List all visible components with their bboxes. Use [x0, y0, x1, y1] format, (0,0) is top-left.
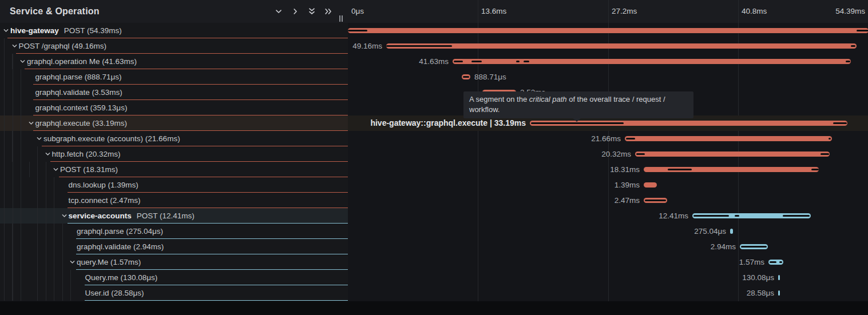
critical-path-segment: [770, 261, 776, 263]
span-tree-row[interactable]: tcp.connect (2.47ms): [0, 193, 348, 208]
span-tree-row[interactable]: graphql.validate (2.94ms): [0, 239, 348, 254]
timeline-row[interactable]: 49.16ms: [348, 38, 868, 54]
span-tree-row[interactable]: http.fetch (20.32ms): [0, 146, 348, 162]
timeline-row[interactable]: 1.57ms: [348, 254, 868, 270]
critical-path-segment: [454, 61, 463, 62]
span-bar[interactable]: [768, 260, 783, 265]
duration-label-right: 888.71μs: [474, 69, 506, 85]
span-tree-row[interactable]: query.Me (1.57ms): [0, 254, 348, 270]
span-bar[interactable]: [386, 43, 857, 49]
chevron-down-icon[interactable]: [61, 213, 68, 219]
critical-path-tooltip: A segment on the critical path of the ov…: [463, 91, 693, 118]
span-tree-row[interactable]: Query.me (130.08μs): [0, 270, 348, 285]
timeline-row[interactable]: 12.41ms: [348, 208, 868, 224]
chevron-down-icon[interactable]: [19, 58, 26, 65]
timeline-row[interactable]: 18.31ms: [348, 162, 868, 177]
span-bar[interactable]: [644, 167, 819, 172]
chevron-down-icon[interactable]: [52, 166, 60, 173]
operation-label: query.Me (1.57ms): [77, 258, 141, 266]
span-tree-row[interactable]: dns.lookup (1.39ms): [0, 177, 348, 193]
timeline-row[interactable]: 1.39ms: [348, 177, 868, 193]
trace-viewer: Service & Operation hive-gateway: [0, 0, 868, 315]
timeline-row[interactable]: 2.47ms: [348, 193, 868, 208]
span-tree-row[interactable]: service-accounts POST (12.41ms): [0, 208, 348, 224]
span-bar[interactable]: [635, 151, 830, 157]
span-tree-row[interactable]: graphql.context (359.13μs): [0, 100, 348, 115]
indent-guides: [0, 285, 76, 301]
double-chevron-down-icon[interactable]: [307, 7, 316, 16]
operation-label: POST (12.41ms): [137, 212, 195, 220]
timeline-row[interactable]: 275.04μs: [348, 224, 868, 239]
timeline-row[interactable]: 888.71μs: [348, 69, 868, 85]
span-tree-row[interactable]: POST /graphql (49.16ms): [0, 38, 348, 54]
indent-guides: [0, 115, 26, 131]
timeline-row[interactable]: [348, 23, 868, 38]
timeline-row[interactable]: 21.66ms: [348, 131, 868, 146]
span-bar[interactable]: [462, 74, 470, 79]
span-bar[interactable]: [778, 275, 780, 280]
critical-path-segment: [471, 61, 482, 62]
span-tree-row[interactable]: graphql.parse (888.71μs): [0, 69, 348, 85]
span-tree-row[interactable]: POST (18.31ms): [0, 162, 348, 177]
span-tree-row[interactable]: graphql.execute (33.19ms): [0, 115, 348, 131]
chevron-down-icon[interactable]: [69, 259, 76, 265]
operation-label: POST /graphql (49.16ms): [19, 42, 107, 50]
span-bar[interactable]: [644, 198, 667, 203]
timeline-row[interactable]: 2.94ms: [348, 239, 868, 254]
span-bar[interactable]: [730, 229, 733, 234]
operation-label: dns.lookup (1.39ms): [69, 181, 138, 189]
axis-tick-label: 27.2ms: [608, 0, 637, 23]
timeline-panel: 0μs13.6ms27.2ms40.8ms 54.39ms 49.16ms 41…: [348, 0, 868, 301]
span-tree-row[interactable]: graphql.validate (3.53ms): [0, 85, 348, 100]
chevron-down-icon[interactable]: [11, 43, 18, 49]
operation-label: POST (54.39ms): [64, 26, 122, 35]
operation-label: http.fetch (20.32ms): [52, 150, 121, 158]
duration-label-left: 2.94ms: [711, 239, 736, 254]
span-tree-row[interactable]: graphql.operation Me (41.63ms): [0, 54, 348, 69]
chevron-right-icon[interactable]: [291, 7, 300, 16]
operation-label: graphql.validate (3.53ms): [35, 88, 122, 97]
timeline-row[interactable]: 20.32ms: [348, 146, 868, 162]
span-tree-row[interactable]: hive-gateway POST (54.39ms): [0, 23, 348, 38]
chevron-down-icon[interactable]: [27, 120, 35, 126]
critical-path-segment: [668, 169, 692, 170]
timeline-rows: 49.16ms 41.63ms 888.71μs 3.53ms 359.13μs…: [348, 23, 868, 301]
tree-controls: [274, 7, 333, 16]
critical-path-segment: [531, 122, 624, 124]
critical-path-segment: [783, 215, 810, 217]
axis-tick-label: 13.6ms: [478, 0, 506, 23]
span-bar[interactable]: [348, 28, 868, 33]
span-bar[interactable]: [740, 244, 768, 249]
span-bar[interactable]: [644, 182, 657, 188]
timeline-row[interactable]: 41.63ms: [348, 54, 868, 69]
timeline-row[interactable]: 130.08μs: [348, 270, 868, 285]
span-tree-panel: Service & Operation hive-gateway: [0, 0, 348, 301]
span-bar[interactable]: [625, 136, 832, 141]
chevron-down-icon[interactable]: [274, 7, 283, 16]
span-tree-row[interactable]: graphql.parse (275.04μs): [0, 224, 348, 239]
operation-label: User.id (28.58μs): [85, 289, 144, 297]
timeline-row[interactable]: 28.58μs: [348, 285, 868, 301]
page-title: Service & Operation: [10, 6, 100, 17]
span-bar[interactable]: [778, 290, 780, 296]
double-chevron-right-icon[interactable]: [324, 7, 333, 16]
critical-path-segment: [811, 169, 819, 170]
span-tree-row[interactable]: User.id (28.58μs): [0, 285, 348, 301]
critical-path-segment: [735, 215, 739, 217]
span-bar[interactable]: [692, 213, 811, 218]
operation-label: graphql.context (359.13μs): [35, 103, 128, 112]
operation-label: graphql.operation Me (41.63ms): [27, 57, 137, 66]
span-tree-row[interactable]: subgraph.execute (accounts) (21.66ms): [0, 131, 348, 146]
service-name: service-accounts: [69, 212, 132, 220]
tooltip-arrow: [573, 118, 581, 122]
operation-label: graphql.parse (275.04μs): [77, 227, 163, 236]
duration-label-left: 18.31ms: [610, 162, 640, 177]
critical-path-segment: [846, 61, 850, 62]
chevron-down-icon[interactable]: [35, 135, 43, 142]
critical-path-segment: [833, 122, 847, 124]
chevron-down-icon[interactable]: [2, 27, 10, 34]
chevron-down-icon[interactable]: [44, 151, 51, 157]
panel-resize-handle[interactable]: [339, 15, 343, 22]
operation-label: POST (18.31ms): [60, 165, 118, 174]
span-bar[interactable]: [453, 59, 851, 64]
